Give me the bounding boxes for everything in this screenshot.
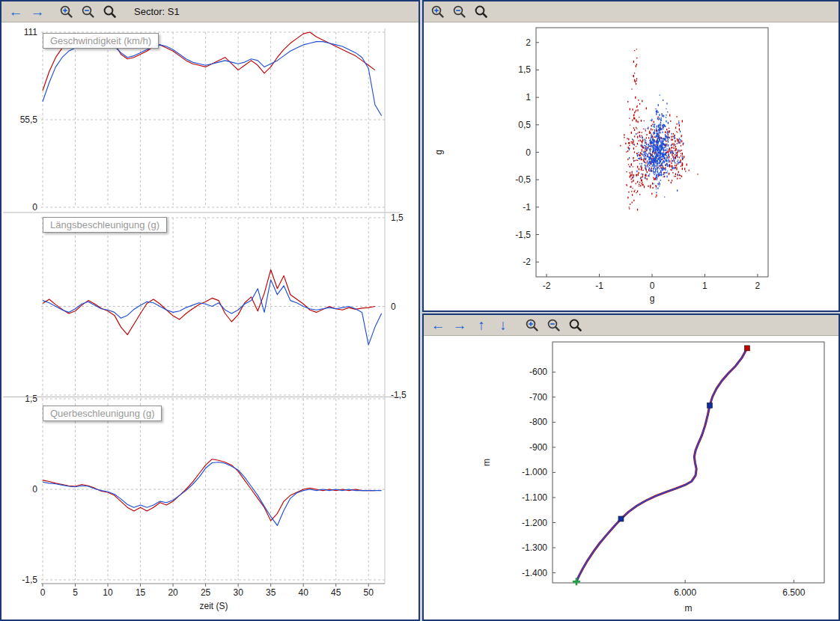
svg-text:1: 1 [702,281,707,291]
track-map-toolbar: ← → ↑ ↓ [424,315,839,336]
zoom-select-button[interactable] [567,317,584,334]
svg-text:1,5: 1,5 [391,212,404,223]
back-button[interactable]: ← [7,4,24,20]
svg-text:-1.400: -1.400 [522,568,547,578]
svg-text:0: 0 [40,587,46,598]
back-arrow-icon: ← [431,318,445,332]
zoom-out-button[interactable] [546,317,562,334]
svg-text:0,5: 0,5 [518,120,531,130]
svg-text:50: 50 [364,587,374,598]
svg-text:-900: -900 [529,442,547,453]
up-arrow-icon: ↑ [478,318,485,332]
svg-text:-1.100: -1.100 [522,492,547,503]
zoom-in-button[interactable] [58,4,75,20]
zoom-in-button[interactable] [524,317,541,334]
zoom-in-button[interactable] [430,4,446,20]
svg-text:-1,5: -1,5 [391,390,407,400]
svg-text:1,5: 1,5 [518,64,531,75]
svg-text:-2: -2 [543,281,551,291]
zoom-out-icon [452,4,467,19]
long-accel-chart-title: Längsbeschleunigung (g) [43,217,167,233]
time-charts-toolbar: ← → [1,1,419,22]
magnifier-icon [568,318,583,333]
svg-text:10: 10 [103,587,113,598]
svg-text:-1,5: -1,5 [22,575,37,585]
zoom-out-button[interactable] [80,4,97,20]
zoom-out-icon [81,4,96,19]
svg-text:g: g [650,293,655,304]
svg-text:6.000: 6.000 [674,587,696,598]
svg-text:55,5: 55,5 [20,114,38,125]
sector-label: Sector: S1 [134,6,180,17]
track-map-panel: ← → ↑ ↓ [422,313,840,621]
svg-text:-600: -600 [529,367,547,377]
svg-text:0: 0 [32,202,37,212]
gg-scatter-toolbar [424,1,839,22]
svg-text:-1.000: -1.000 [522,467,547,477]
svg-text:2: 2 [526,37,531,48]
zoom-out-button[interactable] [451,4,468,20]
svg-text:-1,5: -1,5 [515,230,531,240]
svg-text:-1.300: -1.300 [522,542,547,553]
svg-text:5: 5 [73,587,78,598]
gg-scatter-area: 21,510,50-0,5-1-1,5-2-2-1012gg [424,22,839,312]
magnifier-icon [474,4,489,19]
svg-text:-1.200: -1.200 [522,518,547,528]
zoom-in-icon [525,318,540,333]
back-button[interactable]: ← [430,317,446,334]
svg-text:0: 0 [526,147,531,158]
back-arrow-icon: ← [9,4,23,19]
svg-text:1: 1 [526,92,531,103]
svg-text:m: m [481,459,492,466]
svg-text:30: 30 [233,587,243,598]
svg-text:-800: -800 [529,417,547,427]
svg-text:15: 15 [136,587,146,598]
svg-text:20: 20 [168,587,178,598]
svg-text:25: 25 [201,587,211,598]
svg-text:2: 2 [755,281,761,291]
svg-text:35: 35 [266,587,276,598]
time-charts-canvas[interactable]: 11155,501,50-1,51,50-1,50510152025303540… [1,22,419,620]
svg-text:111: 111 [24,27,38,37]
time-charts-panel: ← → [0,0,420,621]
zoom-select-button[interactable] [102,4,118,20]
down-arrow-icon: ↓ [499,318,507,332]
svg-text:g: g [433,150,444,155]
svg-text:-2: -2 [523,257,531,267]
svg-text:-1: -1 [595,281,603,291]
svg-text:-1: -1 [523,202,531,212]
zoom-select-button[interactable] [473,4,490,20]
track-map-canvas[interactable]: -600-700-800-900-1.000-1.100-1.200-1.300… [424,336,839,620]
svg-text:0: 0 [650,281,655,291]
forward-arrow-icon: → [453,318,467,332]
pan-down-button[interactable]: ↓ [495,317,511,334]
svg-text:45: 45 [331,587,341,598]
zoom-in-icon [430,4,445,19]
gg-scatter-canvas[interactable]: 21,510,50-0,5-1-1,5-2-2-1012gg [424,22,839,310]
svg-text:6.500: 6.500 [782,587,805,598]
svg-text:1,5: 1,5 [25,394,37,404]
pan-up-button[interactable]: ↑ [473,317,490,334]
svg-text:0: 0 [391,302,396,312]
telemetry-analysis-window: ← → [0,0,840,621]
time-charts-area: 11155,501,50-1,51,50-1,50510152025303540… [1,22,419,621]
svg-text:zeit (S): zeit (S) [199,601,228,611]
gg-scatter-panel: 21,510,50-0,5-1-1,5-2-2-1012gg [422,0,840,312]
svg-text:40: 40 [299,587,309,598]
forward-arrow-icon: → [31,4,45,19]
forward-button[interactable]: → [451,317,468,334]
zoom-in-icon [59,4,74,19]
svg-text:m: m [685,603,693,614]
lat-accel-chart-title: Querbeschleunigung (g) [43,406,162,421]
speed-chart-title: Geschwindigkeit (km/h) [43,33,159,49]
svg-text:-0,5: -0,5 [515,174,531,185]
forward-button[interactable]: → [29,4,46,20]
svg-text:-700: -700 [529,392,547,403]
track-map-area: -600-700-800-900-1.000-1.100-1.200-1.300… [424,336,839,621]
svg-text:0: 0 [32,484,37,495]
zoom-out-icon [547,318,561,333]
magnifier-icon [103,4,118,19]
